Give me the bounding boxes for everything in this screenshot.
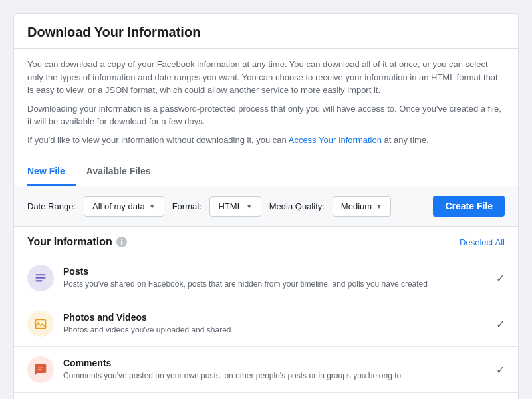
comments-check-icon[interactable]: ✓: [496, 364, 505, 376]
deselect-all-button[interactable]: Deselect All: [460, 237, 505, 247]
format-arrow-icon: ▼: [246, 203, 253, 210]
svg-rect-5: [38, 368, 43, 368]
tab-available-files[interactable]: Available Files: [76, 156, 162, 186]
info-section: You can download a copy of your Facebook…: [14, 49, 518, 156]
photos-description: Photos and videos you've uploaded and sh…: [63, 325, 487, 336]
media-quality-dropdown[interactable]: Medium ▼: [332, 196, 391, 217]
controls-section: Date Range: All of my data ▼ Format: HTM…: [14, 186, 518, 227]
comments-description: Comments you've posted on your own posts…: [63, 370, 487, 382]
page-header: Download Your Information: [14, 14, 518, 49]
date-range-label: Date Range:: [27, 201, 76, 211]
tab-new-file[interactable]: New File: [27, 156, 76, 186]
info-paragraph-3-text: If you'd like to view your information w…: [27, 135, 287, 145]
info-paragraph-2: Downloading your information is a passwo…: [27, 102, 505, 128]
your-information-title: Your Information: [27, 236, 112, 248]
info-paragraph-3-suffix: at any time.: [382, 135, 429, 145]
posts-check-icon[interactable]: ✓: [496, 272, 505, 285]
posts-description: Posts you've shared on Facebook, posts t…: [63, 279, 487, 290]
format-dropdown[interactable]: HTML ▼: [209, 196, 261, 217]
photos-title: Photos and Videos: [63, 312, 487, 323]
svg-rect-3: [36, 319, 46, 328]
list-item: Likes and Reactions Posts, comments and …: [14, 392, 518, 399]
format-value: HTML: [218, 201, 241, 211]
posts-title: Posts: [63, 266, 487, 277]
format-label: Format:: [172, 201, 202, 211]
access-your-information-link[interactable]: Access Your Information: [289, 135, 382, 145]
media-quality-value: Medium: [341, 201, 372, 211]
svg-rect-6: [38, 370, 42, 370]
photos-icon: [27, 311, 54, 337]
posts-icon: [27, 265, 54, 291]
date-range-value: All of my data: [92, 201, 145, 211]
date-range-arrow-icon: ▼: [149, 203, 156, 210]
comments-title: Comments: [63, 358, 487, 368]
items-list: Posts Posts you've shared on Facebook, p…: [14, 255, 518, 399]
list-item: Photos and Videos Photos and videos you'…: [14, 301, 518, 346]
photos-check-icon[interactable]: ✓: [496, 318, 505, 331]
list-item: Posts Posts you've shared on Facebook, p…: [14, 255, 518, 301]
info-paragraph-1: You can download a copy of your Facebook…: [27, 58, 505, 97]
svg-rect-1: [36, 277, 46, 279]
svg-rect-0: [36, 274, 46, 275]
svg-rect-2: [36, 280, 43, 281]
media-quality-arrow-icon: ▼: [376, 203, 382, 210]
comments-icon: [27, 356, 54, 383]
date-range-dropdown[interactable]: All of my data ▼: [84, 196, 164, 217]
tabs-section: New File Available Files: [14, 156, 518, 186]
page-title: Download Your Information: [27, 25, 505, 40]
create-file-button[interactable]: Create File: [433, 196, 505, 217]
info-paragraph-3: If you'd like to view your information w…: [27, 134, 505, 147]
your-information-title-group: Your Information i: [27, 236, 127, 248]
your-information-header: Your Information i Deselect All: [14, 227, 518, 255]
information-icon[interactable]: i: [116, 237, 127, 247]
main-container: Download Your Information You can downlo…: [13, 13, 519, 399]
list-item: Comments Comments you've posted on your …: [14, 346, 518, 392]
posts-content: Posts Posts you've shared on Facebook, p…: [63, 266, 487, 290]
media-quality-label: Media Quality:: [269, 201, 325, 211]
comments-content: Comments Comments you've posted on your …: [63, 358, 487, 382]
photos-content: Photos and Videos Photos and videos you'…: [63, 312, 487, 336]
